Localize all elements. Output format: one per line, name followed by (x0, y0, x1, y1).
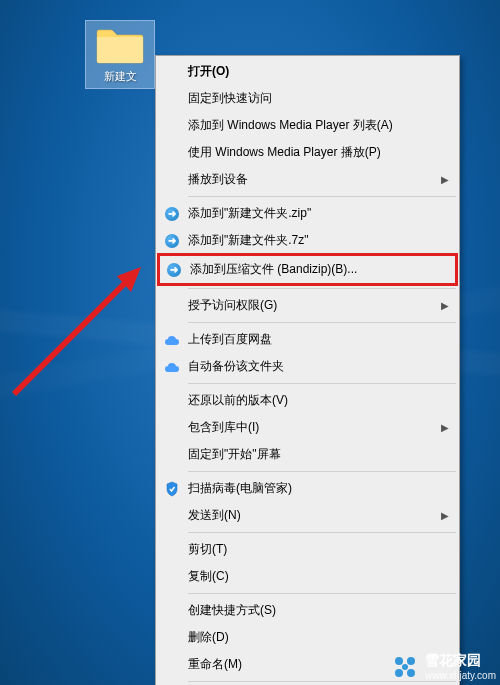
separator (188, 196, 456, 197)
svg-point-3 (407, 657, 415, 665)
annotation-arrow (4, 264, 164, 404)
menu-delete[interactable]: 删除(D) (158, 624, 457, 651)
chevron-right-icon: ▶ (441, 422, 449, 433)
separator (188, 593, 456, 594)
menu-upload-baidu[interactable]: 上传到百度网盘 (158, 326, 457, 353)
menu-scan-virus[interactable]: 扫描病毒(电脑管家) (158, 475, 457, 502)
menu-play-wmp[interactable]: 使用 Windows Media Player 播放(P) (158, 139, 457, 166)
menu-add-zip[interactable]: ➜ 添加到"新建文件夹.zip" (158, 200, 457, 227)
separator (188, 383, 456, 384)
shield-icon (164, 481, 180, 497)
separator (188, 471, 456, 472)
chevron-right-icon: ▶ (441, 300, 449, 311)
menu-include-library[interactable]: 包含到库中(I) ▶ (158, 414, 457, 441)
folder-icon (95, 25, 145, 65)
watermark-logo-icon (391, 653, 419, 681)
separator (188, 532, 456, 533)
separator (188, 322, 456, 323)
watermark: 雪花家园 www.xhjaty.com (391, 652, 496, 681)
menu-add-wmp-list[interactable]: 添加到 Windows Media Player 列表(A) (158, 112, 457, 139)
menu-pin-quick-access[interactable]: 固定到快速访问 (158, 85, 457, 112)
baidu-cloud-icon (164, 332, 180, 348)
menu-copy[interactable]: 复制(C) (158, 563, 457, 590)
menu-grant-access[interactable]: 授予访问权限(G) ▶ (158, 292, 457, 319)
menu-pin-start[interactable]: 固定到"开始"屏幕 (158, 441, 457, 468)
menu-cut[interactable]: 剪切(T) (158, 536, 457, 563)
separator (188, 288, 456, 289)
folder-label: 新建文 (104, 69, 137, 84)
context-menu: 打开(O) 固定到快速访问 添加到 Windows Media Player 列… (155, 55, 460, 685)
menu-add-compress-bandizip[interactable]: ➜ 添加到压缩文件 (Bandizip)(B)... (157, 253, 458, 286)
desktop-folder[interactable]: 新建文 (85, 20, 155, 89)
bandizip-icon: ➜ (166, 262, 182, 278)
menu-send-to[interactable]: 发送到(N) ▶ (158, 502, 457, 529)
watermark-brand: 雪花家园 (425, 652, 496, 670)
separator (188, 681, 456, 682)
bandizip-icon: ➜ (164, 206, 180, 222)
menu-open[interactable]: 打开(O) (158, 58, 457, 85)
menu-add-7z[interactable]: ➜ 添加到"新建文件夹.7z" (158, 227, 457, 254)
chevron-right-icon: ▶ (441, 510, 449, 521)
watermark-url: www.xhjaty.com (425, 670, 496, 681)
svg-point-4 (395, 669, 403, 677)
baidu-cloud-icon (164, 359, 180, 375)
chevron-right-icon: ▶ (441, 174, 449, 185)
menu-restore-previous[interactable]: 还原以前的版本(V) (158, 387, 457, 414)
desktop: 新建文 打开(O) 固定到快速访问 添加到 Windows Media Play… (0, 0, 500, 685)
svg-point-2 (395, 657, 403, 665)
menu-play-to-device[interactable]: 播放到设备 ▶ (158, 166, 457, 193)
svg-point-5 (407, 669, 415, 677)
bandizip-icon: ➜ (164, 233, 180, 249)
svg-point-6 (402, 664, 408, 670)
svg-line-0 (14, 274, 134, 394)
menu-auto-backup[interactable]: 自动备份该文件夹 (158, 353, 457, 380)
menu-create-shortcut[interactable]: 创建快捷方式(S) (158, 597, 457, 624)
